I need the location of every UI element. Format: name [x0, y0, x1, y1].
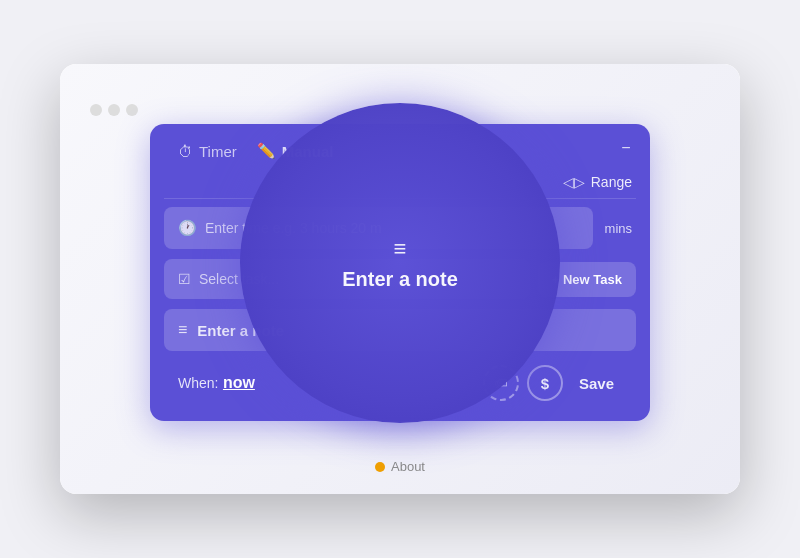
range-icon: ◁▷: [563, 174, 585, 190]
save-button[interactable]: Save: [571, 371, 622, 396]
when-label: When:: [178, 375, 218, 391]
time-input[interactable]: [205, 220, 579, 236]
tab-manual[interactable]: ✏️ Manual: [247, 138, 344, 164]
range-row: ◁▷ Range: [150, 174, 650, 198]
about-hint: About: [375, 459, 425, 474]
time-row: 🕐 mins: [164, 207, 636, 249]
tab-timer[interactable]: ⏱ Timer: [168, 139, 247, 164]
tag-icon: 🏷: [494, 375, 508, 391]
time-entry-panel: ⏱ Timer ✏️ Manual − ◁▷ Range 🕐 mins: [150, 124, 650, 421]
screen-container: ⏱ Timer ✏️ Manual − ◁▷ Range 🕐 mins: [60, 64, 740, 494]
note-placeholder-text: Enter a note: [197, 322, 284, 339]
note-icon: ≡: [178, 321, 187, 339]
tag-button[interactable]: 🏷: [483, 365, 519, 401]
range-label: Range: [591, 174, 632, 190]
about-dot: [375, 462, 385, 472]
billable-button[interactable]: $: [527, 365, 563, 401]
clock-icon: 🕐: [178, 219, 197, 237]
timer-tab-icon: ⏱: [178, 143, 193, 160]
when-section: When: now: [178, 374, 255, 392]
timer-tab-label: Timer: [199, 143, 237, 160]
dollar-icon: $: [541, 375, 549, 392]
panel-body: 🕐 mins ☑ + New Task ≡ Enter a note: [150, 199, 650, 421]
minimize-button[interactable]: −: [616, 138, 636, 158]
window-controls: [90, 104, 138, 116]
bottom-row: When: now 🏷 $ Save: [164, 361, 636, 407]
dot-yellow: [108, 104, 120, 116]
dot-red: [90, 104, 102, 116]
about-label: About: [391, 459, 425, 474]
mins-label: mins: [601, 221, 636, 236]
task-input[interactable]: [199, 271, 516, 287]
note-row[interactable]: ≡ Enter a note: [164, 309, 636, 351]
task-row: ☑ + New Task: [164, 259, 636, 299]
right-actions: 🏷 $ Save: [483, 365, 622, 401]
panel-header: ⏱ Timer ✏️ Manual −: [150, 124, 650, 174]
manual-tab-label: Manual: [282, 143, 334, 160]
when-value[interactable]: now: [223, 374, 255, 391]
manual-tab-icon: ✏️: [257, 142, 276, 160]
dot-green: [126, 104, 138, 116]
new-task-button[interactable]: + New Task: [538, 262, 636, 297]
checkbox-icon: ☑: [178, 271, 191, 287]
